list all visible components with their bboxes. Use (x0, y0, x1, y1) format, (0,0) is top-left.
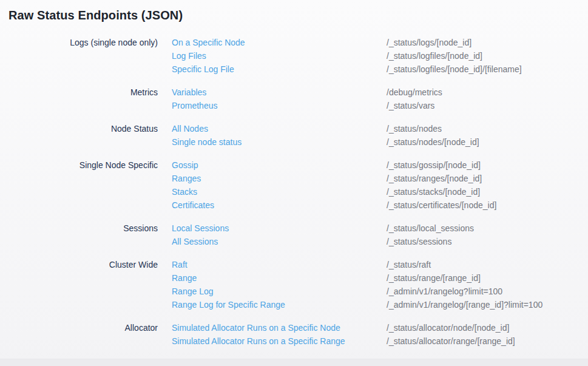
endpoint-group-logs: Logs (single node only) On a Specific No… (8, 36, 588, 76)
endpoint-group-single-node: Single Node Specific Gossip /_status/gos… (8, 158, 588, 212)
endpoint-link[interactable]: Specific Log File (172, 63, 387, 76)
page-title: Raw Status Endpoints (JSON) (8, 8, 588, 22)
group-label: Logs (single node only) (8, 36, 158, 49)
endpoint-link[interactable]: Simulated Allocator Runs on a Specific R… (172, 334, 387, 348)
group-label: Allocator (8, 321, 158, 334)
endpoint-path: /_status/logs/[node_id] (387, 36, 471, 49)
endpoint-row: Ranges /_status/ranges/[node_id] (172, 172, 588, 185)
endpoint-path: /_admin/v1/rangelog?limit=100 (387, 285, 502, 298)
endpoint-row: Log Files /_status/logfiles/[node_id] (172, 49, 588, 63)
endpoint-link[interactable]: Local Sessions (172, 222, 387, 235)
endpoint-items: Raft /_status/raft Range /_status/range/… (172, 258, 588, 311)
endpoint-link[interactable]: Range (172, 271, 387, 285)
endpoint-path: /_status/vars (387, 99, 434, 112)
endpoint-path: /_status/nodes (387, 122, 442, 135)
endpoint-row: Range /_status/range/[range_id] (172, 271, 588, 285)
endpoint-items: On a Specific Node /_status/logs/[node_i… (172, 36, 588, 76)
endpoint-row: Specific Log File /_status/logfiles/[nod… (172, 63, 588, 76)
endpoint-path: /_status/certificates/[node_id] (387, 198, 496, 212)
endpoint-row: Simulated Allocator Runs on a Specific R… (172, 334, 588, 348)
endpoint-link[interactable]: Stacks (172, 185, 387, 198)
endpoint-row: Local Sessions /_status/local_sessions (172, 222, 588, 235)
endpoint-path: /_status/nodes/[node_id] (387, 135, 479, 149)
endpoint-link[interactable]: Gossip (172, 158, 387, 172)
endpoint-items: Local Sessions /_status/local_sessions A… (172, 222, 588, 248)
endpoint-link[interactable]: Ranges (172, 172, 387, 185)
endpoint-row: Prometheus /_status/vars (172, 99, 588, 112)
endpoint-link[interactable]: Prometheus (172, 99, 387, 112)
endpoint-row: Gossip /_status/gossip/[node_id] (172, 158, 588, 172)
endpoint-path: /_status/gossip/[node_id] (387, 158, 481, 172)
endpoint-path: /_status/sessions (387, 235, 451, 248)
group-label: Node Status (8, 122, 158, 135)
endpoint-link[interactable]: Single node status (172, 135, 387, 149)
endpoint-link[interactable]: Log Files (172, 49, 387, 63)
endpoint-row: Raft /_status/raft (172, 258, 588, 271)
endpoint-path: /_status/raft (387, 258, 431, 271)
endpoint-link[interactable]: Range Log (172, 285, 387, 298)
endpoint-row: Range Log /_admin/v1/rangelog?limit=100 (172, 285, 588, 298)
endpoint-items: All Nodes /_status/nodes Single node sta… (172, 122, 588, 149)
group-label: Cluster Wide (8, 258, 158, 271)
endpoint-items: Simulated Allocator Runs on a Specific N… (172, 321, 588, 348)
endpoint-row: All Nodes /_status/nodes (172, 122, 588, 135)
endpoint-link[interactable]: Certificates (172, 198, 387, 212)
endpoint-items: Variables /debug/metrics Prometheus /_st… (172, 86, 588, 112)
endpoint-row: Single node status /_status/nodes/[node_… (172, 135, 588, 149)
endpoint-path: /_status/local_sessions (387, 222, 474, 235)
endpoint-link[interactable]: Raft (172, 258, 387, 271)
endpoint-path: /_status/stacks/[node_id] (387, 185, 480, 198)
endpoint-link[interactable]: All Sessions (172, 235, 387, 248)
page-bottom-edge (0, 359, 588, 366)
endpoint-link[interactable]: Simulated Allocator Runs on a Specific N… (172, 321, 387, 334)
endpoint-row: All Sessions /_status/sessions (172, 235, 588, 248)
endpoint-path: /_status/allocator/range/[range_id] (387, 334, 515, 348)
endpoint-group-metrics: Metrics Variables /debug/metrics Prometh… (8, 86, 588, 112)
endpoint-link[interactable]: Range Log for Specific Range (172, 298, 387, 311)
endpoint-row: Simulated Allocator Runs on a Specific N… (172, 321, 588, 334)
endpoint-row: Stacks /_status/stacks/[node_id] (172, 185, 588, 198)
debug-endpoints-page: Raw Status Endpoints (JSON) Logs (single… (0, 0, 588, 348)
endpoint-items: Gossip /_status/gossip/[node_id] Ranges … (172, 158, 588, 212)
endpoint-path: /_status/range/[range_id] (387, 271, 481, 285)
endpoint-row: Certificates /_status/certificates/[node… (172, 198, 588, 212)
endpoint-link[interactable]: On a Specific Node (172, 36, 387, 49)
endpoint-group-cluster-wide: Cluster Wide Raft /_status/raft Range /_… (8, 258, 588, 311)
endpoint-path: /_status/allocator/node/[node_id] (387, 321, 509, 334)
endpoint-link[interactable]: Variables (172, 86, 387, 99)
endpoint-group-allocator: Allocator Simulated Allocator Runs on a … (8, 321, 588, 348)
endpoint-row: On a Specific Node /_status/logs/[node_i… (172, 36, 588, 49)
endpoint-path: /_status/logfiles/[node_id]/[filename] (387, 63, 522, 76)
endpoint-group-sessions: Sessions Local Sessions /_status/local_s… (8, 222, 588, 248)
endpoint-group-node-status: Node Status All Nodes /_status/nodes Sin… (8, 122, 588, 149)
endpoint-link[interactable]: All Nodes (172, 122, 387, 135)
group-label: Sessions (8, 222, 158, 235)
endpoint-path: /_status/ranges/[node_id] (387, 172, 482, 185)
endpoint-path: /_admin/v1/rangelog/[range_id]?limit=100 (387, 298, 542, 311)
endpoint-row: Range Log for Specific Range /_admin/v1/… (172, 298, 588, 311)
group-label: Single Node Specific (8, 158, 158, 172)
endpoint-path: /_status/logfiles/[node_id] (387, 49, 482, 63)
endpoint-path: /debug/metrics (387, 86, 442, 99)
endpoint-row: Variables /debug/metrics (172, 86, 588, 99)
group-label: Metrics (8, 86, 158, 99)
